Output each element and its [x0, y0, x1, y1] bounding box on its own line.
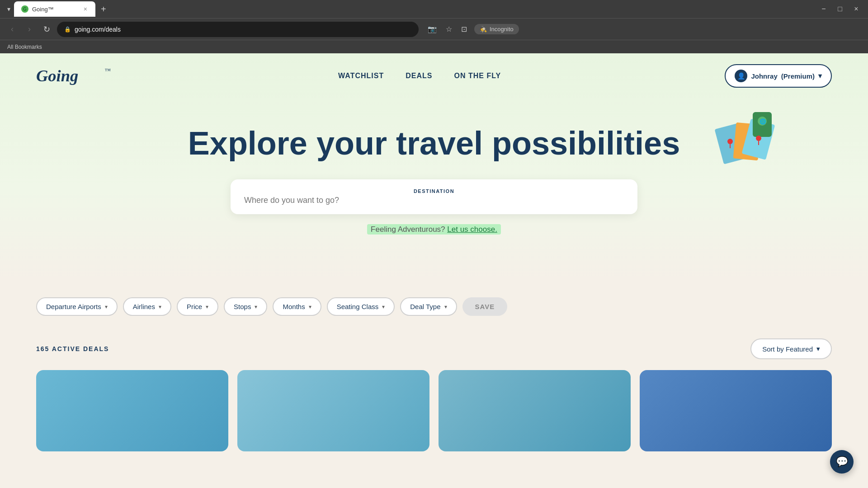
user-icon-symbol: 👤: [737, 72, 745, 80]
departure-airports-filter[interactable]: Departure Airports ▾: [36, 297, 118, 316]
minimize-button[interactable]: −: [817, 3, 830, 15]
airlines-filter[interactable]: Airlines ▾: [123, 297, 171, 316]
svg-text:™: ™: [105, 67, 111, 74]
months-filter[interactable]: Months ▾: [273, 297, 321, 316]
filters-section: Departure Airports ▾ Airlines ▾ Price ▾ …: [0, 279, 868, 325]
user-name: Johnray: [751, 72, 777, 80]
destination-input[interactable]: [244, 196, 624, 205]
user-chevron-icon: ▾: [818, 72, 822, 80]
nav-watchlist[interactable]: WATCHLIST: [338, 72, 384, 80]
close-button[interactable]: ×: [850, 3, 863, 15]
adventurous-prefix: Feeling Adventurous? Let us choose.: [367, 224, 501, 235]
main-nav: Going ™ WATCHLIST DEALS ON THE FLY 👤 Joh…: [0, 53, 868, 99]
deals-count-label: 165 ACTIVE DEALS: [36, 345, 109, 352]
seating-class-chevron-icon: ▾: [382, 304, 385, 310]
hero-section: Going ™ WATCHLIST DEALS ON THE FLY 👤 Joh…: [0, 53, 868, 279]
user-avatar: 👤: [735, 70, 747, 82]
incognito-icon: 🕵: [480, 26, 487, 33]
price-label: Price: [187, 303, 202, 310]
deals-section: 165 ACTIVE DEALS Sort by Featured ▾: [0, 325, 868, 460]
months-label: Months: [283, 303, 305, 310]
hero-title: Explore your travel possibilities: [36, 126, 832, 161]
page-content: Going ™ WATCHLIST DEALS ON THE FLY 👤 Joh…: [0, 53, 868, 460]
seating-class-label: Seating Class: [337, 303, 379, 310]
deal-card[interactable]: [36, 370, 228, 451]
toolbar-icons: 📷 ☆ ⊡ 🕵 Incognito: [426, 23, 519, 35]
nav-links: WATCHLIST DEALS ON THE FLY: [338, 72, 501, 80]
travel-map-svg: 🌐: [714, 108, 778, 180]
new-tab-button[interactable]: +: [97, 2, 110, 16]
destination-label: DESTINATION: [244, 188, 624, 194]
deal-card[interactable]: [237, 370, 429, 451]
map-illustration: 🌐: [714, 108, 778, 180]
airlines-chevron-icon: ▾: [159, 304, 161, 310]
user-account-button[interactable]: 👤 Johnray (Premium) ▾: [725, 64, 832, 88]
deal-type-label: Deal Type: [410, 303, 440, 310]
incognito-button[interactable]: 🕵 Incognito: [474, 24, 519, 34]
deals-header: 165 ACTIVE DEALS Sort by Featured ▾: [36, 338, 832, 359]
tab-close-button[interactable]: ×: [83, 5, 88, 14]
deal-card[interactable]: [439, 370, 631, 451]
sort-label: Sort by Featured: [762, 345, 813, 353]
browser-toolbar: ‹ › ↻ 🔒 going.com/deals 📷 ☆ ⊡ 🕵 Incognit…: [0, 18, 868, 40]
let-us-choose-link[interactable]: Let us choose.: [447, 225, 497, 234]
tab-dropdown-button[interactable]: ▾: [5, 4, 12, 14]
deals-grid: [36, 370, 832, 451]
departure-airports-chevron-icon: ▾: [105, 304, 108, 310]
tab-strip: ▾ G Going™ × +: [5, 1, 110, 17]
chat-icon: 💬: [836, 456, 848, 468]
tab-title: Going™: [32, 6, 79, 13]
svg-text:Going: Going: [36, 67, 78, 85]
browser-tab-active[interactable]: G Going™ ×: [14, 1, 95, 17]
incognito-label: Incognito: [490, 26, 514, 33]
stops-filter[interactable]: Stops ▾: [224, 297, 267, 316]
user-plan: (Premium): [781, 72, 815, 80]
filters-row: Departure Airports ▾ Airlines ▾ Price ▾ …: [36, 297, 832, 316]
deal-card[interactable]: [640, 370, 832, 451]
stops-chevron-icon: ▾: [255, 304, 257, 310]
split-view-icon[interactable]: ⊡: [459, 23, 469, 35]
bookmarks-label: All Bookmarks: [7, 44, 42, 50]
address-lock-icon: 🔒: [64, 26, 71, 33]
search-container: DESTINATION: [231, 179, 637, 214]
price-filter[interactable]: Price ▾: [177, 297, 218, 316]
address-text: going.com/deals: [75, 26, 411, 33]
deal-type-chevron-icon: ▾: [444, 304, 447, 310]
departure-airports-label: Departure Airports: [46, 303, 101, 310]
hero-content: Explore your travel possibilities 🌐: [0, 99, 868, 252]
seating-class-filter[interactable]: Seating Class ▾: [327, 297, 395, 316]
maximize-button[interactable]: □: [834, 3, 846, 15]
logo-svg: Going ™: [36, 65, 114, 87]
airlines-label: Airlines: [133, 303, 155, 310]
bookmark-icon[interactable]: ☆: [444, 23, 454, 35]
reload-button[interactable]: ↻: [40, 23, 53, 36]
nav-deals[interactable]: DEALS: [406, 72, 432, 80]
bookmarks-bar: All Bookmarks: [0, 40, 868, 53]
adventurous-label: Feeling Adventurous?: [371, 225, 445, 234]
browser-chrome: ▾ G Going™ × + − □ × ‹ › ↻ 🔒 going.com/d…: [0, 0, 868, 53]
browser-titlebar: ▾ G Going™ × + − □ ×: [0, 0, 868, 18]
chat-button[interactable]: 💬: [830, 450, 854, 474]
price-chevron-icon: ▾: [206, 304, 208, 310]
sort-button[interactable]: Sort by Featured ▾: [750, 338, 832, 359]
stops-label: Stops: [234, 303, 251, 310]
nav-on-the-fly[interactable]: ON THE FLY: [454, 72, 501, 80]
back-button[interactable]: ‹: [5, 23, 19, 36]
save-filters-button[interactable]: SAVE: [462, 297, 508, 316]
logo[interactable]: Going ™: [36, 65, 114, 87]
svg-text:🌐: 🌐: [760, 118, 766, 125]
adventurous-text: Feeling Adventurous? Let us choose.: [36, 225, 832, 234]
sort-chevron-icon: ▾: [816, 345, 820, 353]
deal-type-filter[interactable]: Deal Type ▾: [400, 297, 457, 316]
window-controls: − □ ×: [817, 3, 863, 15]
address-bar[interactable]: 🔒 going.com/deals: [57, 22, 419, 37]
camera-icon[interactable]: 📷: [426, 23, 439, 35]
months-chevron-icon: ▾: [309, 304, 311, 310]
tab-favicon: G: [21, 5, 28, 13]
forward-button[interactable]: ›: [23, 23, 36, 36]
search-box: DESTINATION: [231, 179, 637, 214]
